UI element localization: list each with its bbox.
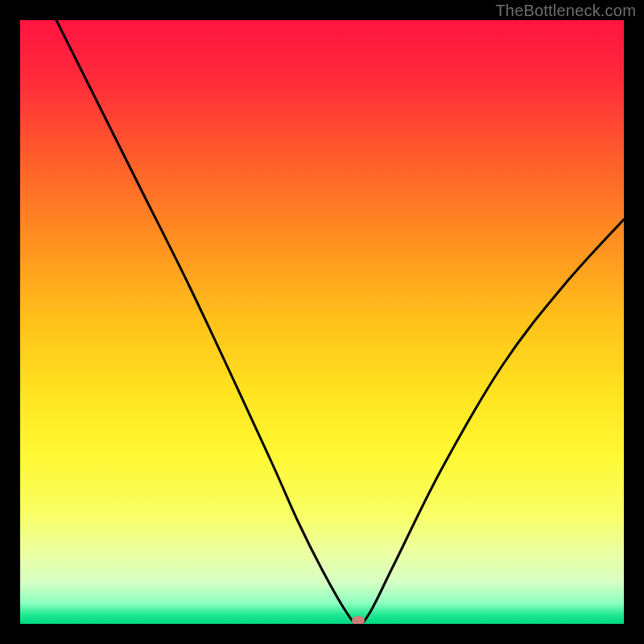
watermark-text: TheBottleneck.com <box>495 2 636 20</box>
chart-svg <box>20 20 624 624</box>
chart-frame: TheBottleneck.com <box>0 0 644 644</box>
plot-area <box>20 20 624 624</box>
